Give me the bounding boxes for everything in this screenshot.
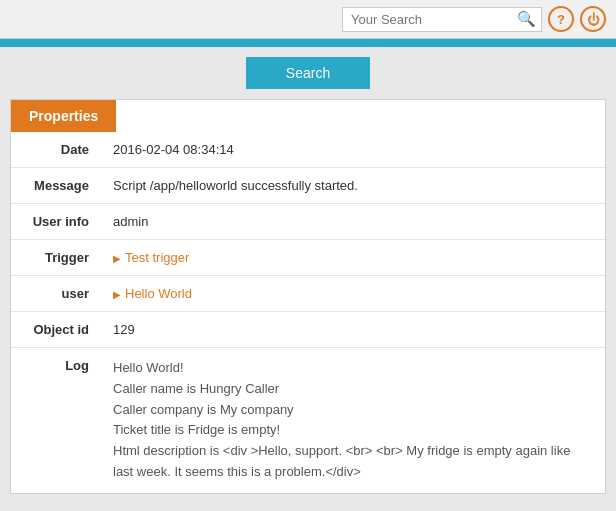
prop-value[interactable]: ▶Hello World	[101, 276, 605, 312]
search-button[interactable]: Search	[246, 57, 370, 89]
table-row: User infoadmin	[11, 204, 605, 240]
properties-panel: Properties Date2016-02-04 08:34:14Messag…	[10, 99, 606, 494]
log-text: Hello World! Caller name is Hungry Calle…	[113, 358, 593, 483]
table-row: Object id129	[11, 312, 605, 348]
prop-label: Message	[11, 168, 101, 204]
search-input-wrap: 🔍	[342, 7, 542, 32]
prop-label: Log	[11, 348, 101, 493]
table-row: MessageScript /app/helloworld successful…	[11, 168, 605, 204]
table-row: LogHello World! Caller name is Hungry Ca…	[11, 348, 605, 493]
prop-label: Trigger	[11, 240, 101, 276]
prop-value: Hello World! Caller name is Hungry Calle…	[101, 348, 605, 493]
top-bar: 🔍 ? ⏻	[0, 0, 616, 39]
table-row: user▶Hello World	[11, 276, 605, 312]
arrow-icon: ▶	[113, 289, 121, 300]
help-icon-button[interactable]: ?	[548, 6, 574, 32]
prop-value: Script /app/helloworld successfully star…	[101, 168, 605, 204]
power-icon-button[interactable]: ⏻	[580, 6, 606, 32]
table-row: Date2016-02-04 08:34:14	[11, 132, 605, 168]
link-value[interactable]: ▶Hello World	[113, 286, 192, 301]
content-area: Properties Date2016-02-04 08:34:14Messag…	[0, 99, 616, 504]
prop-label: Object id	[11, 312, 101, 348]
prop-label: user	[11, 276, 101, 312]
arrow-icon: ▶	[113, 253, 121, 264]
properties-tab[interactable]: Properties	[11, 100, 116, 132]
prop-label: Date	[11, 132, 101, 168]
prop-value: admin	[101, 204, 605, 240]
search-bar: Search	[0, 47, 616, 99]
properties-table: Date2016-02-04 08:34:14MessageScript /ap…	[11, 132, 605, 493]
link-value[interactable]: ▶Test trigger	[113, 250, 189, 265]
prop-value: 129	[101, 312, 605, 348]
prop-label: User info	[11, 204, 101, 240]
search-icon-button[interactable]: 🔍	[512, 5, 540, 33]
blue-bar	[0, 39, 616, 47]
prop-value[interactable]: ▶Test trigger	[101, 240, 605, 276]
table-row: Trigger▶Test trigger	[11, 240, 605, 276]
prop-value: 2016-02-04 08:34:14	[101, 132, 605, 168]
